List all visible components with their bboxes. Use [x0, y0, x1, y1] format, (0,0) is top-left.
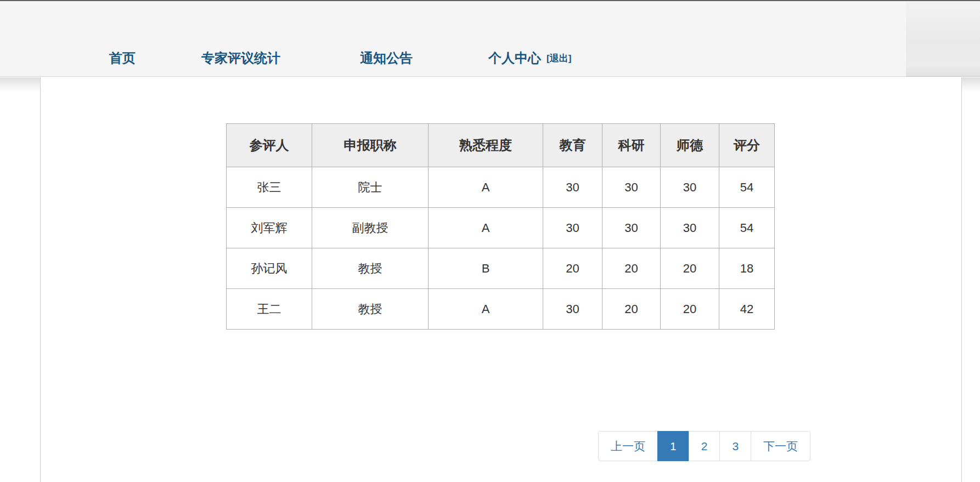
- personal-center-label: 个人中心: [488, 50, 541, 65]
- page: 首页 专家评议统计 通知公告 个人中心[退出] 参评人申报职称熟悉程度教育科研师…: [0, 0, 980, 482]
- table-cell: 孙记风: [227, 248, 312, 289]
- main-content: 参评人申报职称熟悉程度教育科研师德评分 张三院士A30303054刘军辉副教授A…: [0, 77, 980, 482]
- column-header: 熟悉程度: [429, 124, 543, 167]
- pagination-page-1[interactable]: 1: [657, 431, 689, 461]
- table-cell: 20: [602, 248, 661, 289]
- table-cell: 18: [719, 248, 775, 289]
- table-cell: 30: [543, 289, 602, 330]
- table-cell: 20: [661, 289, 719, 330]
- table-cell: 30: [543, 167, 602, 208]
- pagination-list: 上一页123下一页: [598, 431, 810, 461]
- left-gutter-shadow: [0, 77, 40, 92]
- nav-item-personal-center[interactable]: 个人中心[退出]: [488, 50, 571, 66]
- table-cell: A: [429, 208, 543, 248]
- nav-item-expert-review-stats[interactable]: 专家评议统计: [201, 50, 280, 66]
- table-cell: A: [429, 289, 543, 330]
- column-header: 申报职称: [312, 124, 429, 167]
- table-cell: 教授: [312, 248, 429, 289]
- table-cell: 30: [661, 208, 719, 248]
- column-header: 参评人: [227, 124, 312, 167]
- table-row: 刘军辉副教授A30303054: [227, 208, 775, 248]
- table-cell: 30: [543, 208, 602, 248]
- pagination-item: 3: [720, 431, 751, 461]
- nav-item-home[interactable]: 首页: [109, 50, 136, 66]
- column-header: 科研: [602, 124, 661, 167]
- table-cell: 30: [602, 208, 661, 248]
- table-header: 参评人申报职称熟悉程度教育科研师德评分: [227, 124, 775, 167]
- table-header-row: 参评人申报职称熟悉程度教育科研师德评分: [227, 124, 775, 167]
- column-header: 师德: [661, 124, 719, 167]
- pagination-next-button[interactable]: 下一页: [751, 431, 810, 461]
- window-top-edge: [0, 0, 980, 1]
- content-right-border: [961, 77, 962, 482]
- table-cell: 20: [661, 248, 719, 289]
- logout-link[interactable]: [退出]: [547, 53, 571, 64]
- review-scores-table: 参评人申报职称熟悉程度教育科研师德评分 张三院士A30303054刘军辉副教授A…: [226, 123, 775, 330]
- table-body: 张三院士A30303054刘军辉副教授A30303054孙记风教授B202020…: [227, 167, 775, 330]
- table-row: 张三院士A30303054: [227, 167, 775, 208]
- table-cell: 院士: [312, 167, 429, 208]
- content-left-border: [40, 77, 41, 482]
- right-gutter-shadow: [962, 77, 980, 92]
- table-row: 王二教授A30202042: [227, 289, 775, 330]
- table-cell: 54: [719, 208, 775, 248]
- top-navbar: 首页 专家评议统计 通知公告 个人中心[退出]: [0, 0, 980, 77]
- table-cell: 30: [602, 167, 661, 208]
- pagination-page-3[interactable]: 3: [719, 431, 751, 461]
- table-cell: B: [429, 248, 543, 289]
- pagination-item: 下一页: [751, 431, 810, 461]
- pagination-item: 2: [689, 431, 720, 461]
- pagination-item: 1: [658, 431, 689, 461]
- pagination: 上一页123下一页: [598, 431, 810, 461]
- table-cell: A: [429, 167, 543, 208]
- table-cell: 张三: [227, 167, 312, 208]
- table-cell: 30: [661, 167, 719, 208]
- table-cell: 刘军辉: [227, 208, 312, 248]
- column-header: 教育: [543, 124, 602, 167]
- table-cell: 54: [719, 167, 775, 208]
- table-row: 孙记风教授B20202018: [227, 248, 775, 289]
- table-cell: 教授: [312, 289, 429, 330]
- pagination-page-2[interactable]: 2: [689, 431, 720, 461]
- column-header: 评分: [719, 124, 775, 167]
- header-right-panel: [906, 0, 980, 77]
- pagination-prev-button[interactable]: 上一页: [598, 431, 658, 461]
- table-cell: 副教授: [312, 208, 429, 248]
- table-cell: 王二: [227, 289, 312, 330]
- table-cell: 42: [719, 289, 775, 330]
- table-cell: 20: [602, 289, 661, 330]
- pagination-item: 上一页: [598, 431, 658, 461]
- nav-item-notices[interactable]: 通知公告: [360, 50, 413, 66]
- table-cell: 20: [543, 248, 602, 289]
